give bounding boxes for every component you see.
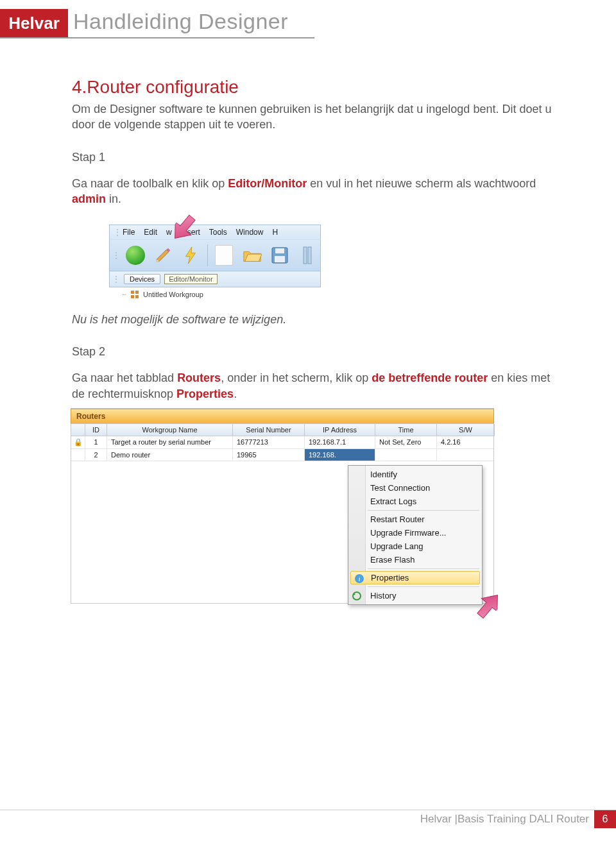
step1-post: in.	[106, 192, 121, 205]
screenshot-toolbar: ⋮ File Edit w Insert Tools Window H ⋮	[109, 225, 321, 299]
toolbar-save-button[interactable]	[267, 242, 292, 268]
tree-row: ┈ Untitled Workgroup	[109, 287, 321, 299]
cell-ip-selected: 192.168.	[305, 449, 375, 461]
devices-button[interactable]: Devices	[124, 274, 160, 284]
col-time[interactable]: Time	[375, 424, 437, 436]
ctx-separator	[368, 586, 479, 587]
col-id[interactable]: ID	[85, 424, 107, 436]
menu-file[interactable]: File	[123, 228, 135, 237]
toolbar-editor-button[interactable]	[150, 242, 175, 268]
ctx-identify[interactable]: Identify	[348, 468, 482, 481]
toolbar: ⋮	[109, 239, 321, 271]
ctx-upgrade-lang[interactable]: Upgrade Lang	[348, 540, 482, 553]
ctx-test-connection[interactable]: Test Connection	[348, 481, 482, 495]
cell-name: Demo router	[107, 449, 233, 461]
cell-serial: 19965	[233, 449, 305, 461]
ctx-properties-label: Properties	[371, 573, 409, 583]
col-sw[interactable]: S/W	[437, 424, 495, 436]
footer-text: Helvar |Basis Training DALI Router	[420, 813, 589, 826]
svg-rect-6	[275, 256, 285, 262]
table-row[interactable]: 🔒 1 Target a router by serial number 167…	[71, 436, 493, 449]
cell-name: Target a router by serial number	[107, 436, 233, 449]
ctx-separator	[368, 510, 479, 511]
ctx-extract-logs[interactable]: Extract Logs	[348, 495, 482, 508]
cell-id: 2	[85, 449, 107, 461]
tree-connector: ┈	[122, 291, 126, 299]
menu-help[interactable]: H	[272, 228, 278, 237]
step2-accent-routers: Routers	[177, 371, 221, 384]
workgroup-icon	[130, 290, 139, 299]
tooltip-editor-monitor: Editor/Monitor	[164, 274, 217, 284]
ctx-restart-router[interactable]: Restart Router	[348, 513, 482, 526]
cell-time	[375, 449, 437, 461]
col-ip[interactable]: IP Address	[305, 424, 375, 436]
folder-icon	[243, 248, 262, 263]
svg-rect-7	[304, 247, 307, 264]
section-intro: Om de Designer software te kunnen gebrui…	[72, 101, 553, 133]
cell-sw: 4.2.16	[437, 436, 493, 449]
page-footer: Helvar |Basis Training DALI Router 6	[0, 810, 616, 828]
blank-page-icon	[215, 245, 233, 266]
grid-header: ID Workgroup Name Serial Number IP Addre…	[71, 424, 493, 436]
ruler-icon	[302, 246, 313, 265]
menu-tools[interactable]: Tools	[209, 228, 227, 237]
ctx-upgrade-firmware[interactable]: Upgrade Firmware...	[348, 526, 482, 540]
t: .	[234, 387, 237, 400]
ctx-properties[interactable]: i Properties	[350, 571, 480, 584]
step2-accent-properties: Properties	[176, 387, 234, 400]
svg-rect-11	[131, 295, 134, 298]
grip-icon: ⋮	[112, 251, 120, 260]
lock-icon: 🔒	[71, 436, 85, 449]
ctx-history[interactable]: History	[348, 589, 482, 602]
ctx-separator	[368, 568, 479, 569]
step1-mid: en vul in het nieuwe scherm als wachtwoo…	[307, 177, 536, 190]
col-serial[interactable]: Serial Number	[233, 424, 305, 436]
step1-label: Stap 1	[72, 151, 553, 164]
cell-sw	[437, 449, 493, 461]
section-title: 4.Router configuratie	[72, 77, 553, 98]
brand-badge: Helvar	[0, 9, 68, 38]
tree-label[interactable]: Untitled Workgroup	[143, 291, 203, 298]
toolbar-align-button[interactable]	[295, 242, 320, 268]
screenshot-routers: Routers ID Workgroup Name Serial Number …	[71, 408, 494, 604]
menu-edit[interactable]: Edit	[144, 228, 157, 237]
toolbar-open-button[interactable]	[239, 242, 264, 268]
ctx-history-label: History	[370, 591, 396, 600]
menu-window[interactable]: Window	[236, 228, 264, 237]
history-icon	[352, 591, 362, 601]
svg-rect-10	[135, 291, 139, 294]
routers-tab[interactable]: Routers	[71, 409, 494, 423]
cell-ip: 192.168.7.1	[305, 436, 375, 449]
step1-pre: Ga naar de toolbalk en klik op	[72, 177, 228, 190]
step2-label: Stap 2	[72, 345, 553, 359]
svg-rect-8	[308, 247, 311, 264]
pencil-icon	[154, 246, 172, 264]
svg-marker-0	[157, 250, 168, 261]
col-name[interactable]: Workgroup Name	[107, 424, 233, 436]
lock-cell	[71, 449, 85, 461]
svg-rect-12	[135, 295, 139, 298]
t: Ga naar het tabblad	[72, 371, 177, 384]
col-lock	[71, 424, 85, 436]
t: , onder in het scherm, klik op	[221, 371, 372, 384]
table-row[interactable]: 2 Demo router 19965 192.168.	[71, 449, 493, 461]
page-number-badge: 6	[594, 810, 616, 828]
ctx-erase-flash[interactable]: Erase Flash	[348, 553, 482, 566]
step1-text: Ga naar de toolbalk en klik op Editor/Mo…	[72, 176, 553, 207]
cell-id: 1	[85, 436, 107, 449]
cell-time: Not Set, Zero	[375, 436, 437, 449]
toolbar-row3: ⋮ Devices Editor/Monitor	[109, 271, 321, 287]
toolbar-new-button[interactable]	[212, 242, 237, 268]
doc-title: Handleiding Designer	[73, 9, 288, 34]
cell-serial: 16777213	[233, 436, 305, 449]
toolbar-monitor-button[interactable]	[123, 242, 148, 268]
info-icon: i	[354, 574, 364, 584]
svg-point-16	[353, 592, 361, 600]
step1-accent-admin: admin	[72, 192, 106, 205]
svg-text:i: i	[358, 575, 360, 583]
doc-header: Helvar Handleiding Designer	[0, 0, 616, 38]
step1-after: Nu is het mogelijk de software te wijzig…	[72, 312, 553, 327]
grip-icon: ⋮	[114, 228, 120, 237]
step1-accent-editor: Editor/Monitor	[228, 177, 307, 190]
svg-marker-17	[472, 588, 505, 622]
